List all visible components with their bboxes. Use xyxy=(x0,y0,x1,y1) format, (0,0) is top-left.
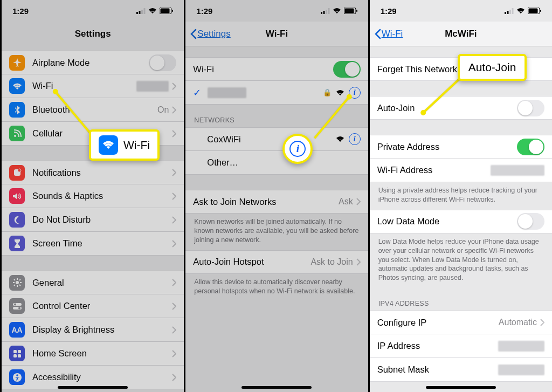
status-right xyxy=(505,8,541,14)
settings-row[interactable]: General xyxy=(2,271,184,294)
value-redacted xyxy=(136,81,169,92)
ask-to-join-row[interactable]: Ask to Join Networks Ask xyxy=(185,190,368,214)
chevron-left-icon xyxy=(374,29,382,39)
chevron-right-icon xyxy=(172,106,176,114)
wifi-toggle[interactable] xyxy=(333,61,361,78)
wifiaddr-redacted xyxy=(491,165,544,176)
cell-signal-icon xyxy=(321,8,330,14)
svg-rect-36 xyxy=(505,12,506,14)
chevron-right-icon xyxy=(172,130,176,137)
status-bar: 1:29 xyxy=(370,0,552,22)
settings-row[interactable]: AADisplay & Brightness xyxy=(2,318,184,342)
acc-icon xyxy=(9,369,25,385)
aa-icon: AA xyxy=(9,322,25,338)
row-label: General xyxy=(32,278,172,288)
settings-row[interactable]: Screen Time xyxy=(2,232,184,256)
chevron-right-icon xyxy=(172,240,176,247)
row-label: Airplane Mode xyxy=(32,58,149,68)
subnet-row: Subnet Mask xyxy=(370,358,552,382)
ask-value: Ask xyxy=(339,197,353,207)
configip-value: Automatic xyxy=(499,318,537,327)
page-title: McWiFi xyxy=(445,29,477,39)
row-label: Accessibility xyxy=(32,372,172,382)
settings-row[interactable]: Airplane Mode xyxy=(2,51,184,74)
home-indicator[interactable] xyxy=(242,386,312,389)
svg-rect-31 xyxy=(326,10,327,14)
settings-row[interactable]: Notifications xyxy=(2,161,184,184)
cell-signal-icon xyxy=(505,8,514,14)
network-row[interactable]: CoxWiFi i xyxy=(185,127,368,151)
svg-rect-32 xyxy=(328,8,329,14)
info-icon[interactable]: i xyxy=(349,133,361,145)
configip-label: Configure IP xyxy=(377,318,499,328)
chevron-right-icon xyxy=(356,198,361,205)
settings-row[interactable]: Sounds & Haptics xyxy=(2,184,184,208)
svg-rect-35 xyxy=(356,10,357,12)
lowdata-toggle[interactable] xyxy=(517,213,544,230)
row-label: Do Not Disturb xyxy=(32,215,172,225)
home-icon xyxy=(9,346,25,361)
other-network-row[interactable]: Other… xyxy=(185,151,368,175)
status-bar: 1:29 xyxy=(2,0,184,22)
chevron-right-icon xyxy=(172,350,176,357)
battery-icon xyxy=(344,8,357,14)
battery-icon xyxy=(528,8,541,14)
low-data-row[interactable]: Low Data Mode xyxy=(370,210,552,233)
wifi-icon xyxy=(9,78,25,94)
settings-row[interactable]: Wi-Fi xyxy=(2,74,184,98)
home-indicator[interactable] xyxy=(426,386,496,389)
settings-row[interactable]: BluetoothOn xyxy=(2,98,184,122)
chevron-right-icon xyxy=(172,302,176,310)
row-value: On xyxy=(157,105,169,115)
auto-join-row[interactable]: Auto-Join xyxy=(370,96,552,120)
connected-network-row[interactable]: ✓ 🔒 i xyxy=(185,81,368,105)
ipaddr-redacted xyxy=(498,341,544,352)
wifi-callout-label: Wi-Fi xyxy=(123,139,150,152)
auto-join-toggle[interactable] xyxy=(517,100,544,116)
home-indicator[interactable] xyxy=(58,386,128,389)
back-label: Wi-Fi xyxy=(382,29,403,39)
row-label: Screen Time xyxy=(32,238,172,249)
status-time: 1:29 xyxy=(12,6,29,16)
svg-rect-3 xyxy=(144,8,146,14)
wifi-icon xyxy=(333,8,341,14)
bt-icon xyxy=(9,102,25,118)
autojoin-callout: Auto-Join xyxy=(458,54,527,81)
status-right xyxy=(136,8,173,14)
svg-line-18 xyxy=(14,285,15,286)
auto-join-label: Auto-Join xyxy=(377,103,517,113)
cell-signal-icon xyxy=(136,8,146,14)
ipaddr-label: IP Address xyxy=(377,341,498,351)
back-button[interactable]: Wi-Fi xyxy=(374,22,403,46)
status-bar: 1:29 xyxy=(185,0,368,22)
wifiaddr-label: Wi-Fi Address xyxy=(377,165,491,175)
svg-rect-41 xyxy=(528,9,537,13)
settings-row[interactable]: Home Screen xyxy=(2,342,184,366)
svg-rect-37 xyxy=(507,11,508,14)
wifi-toggle-row[interactable]: Wi-Fi xyxy=(185,57,368,81)
airplane-toggle[interactable] xyxy=(149,54,176,71)
auto-join-hotspot-row[interactable]: Auto-Join Hotspot Ask to Join xyxy=(185,250,368,274)
wifi-icon xyxy=(99,135,118,155)
moon-icon xyxy=(9,212,25,228)
settings-row[interactable]: Control Center xyxy=(2,294,184,318)
chevron-right-icon xyxy=(540,319,544,326)
subnet-label: Subnet Mask xyxy=(377,365,498,375)
wifi-signal-icon xyxy=(336,90,344,96)
status-time: 1:29 xyxy=(196,6,212,16)
private-toggle[interactable] xyxy=(517,139,544,155)
chevron-right-icon xyxy=(356,258,361,266)
back-button[interactable]: Settings xyxy=(190,22,230,46)
notif-icon xyxy=(9,165,25,181)
svg-rect-26 xyxy=(18,354,21,357)
svg-point-9 xyxy=(18,169,21,172)
svg-point-7 xyxy=(14,135,16,137)
cc-icon xyxy=(9,298,25,314)
settings-row[interactable]: Do Not Disturb xyxy=(2,208,184,232)
cell-icon xyxy=(9,126,25,141)
private-address-row[interactable]: Private Address xyxy=(370,135,552,159)
configure-ip-row[interactable]: Configure IP Automatic xyxy=(370,311,552,334)
chevron-right-icon xyxy=(172,216,176,224)
svg-rect-5 xyxy=(161,9,170,13)
network-details-screen: 1:29 Wi-Fi McWiFi Forget This Network Au… xyxy=(368,0,552,392)
